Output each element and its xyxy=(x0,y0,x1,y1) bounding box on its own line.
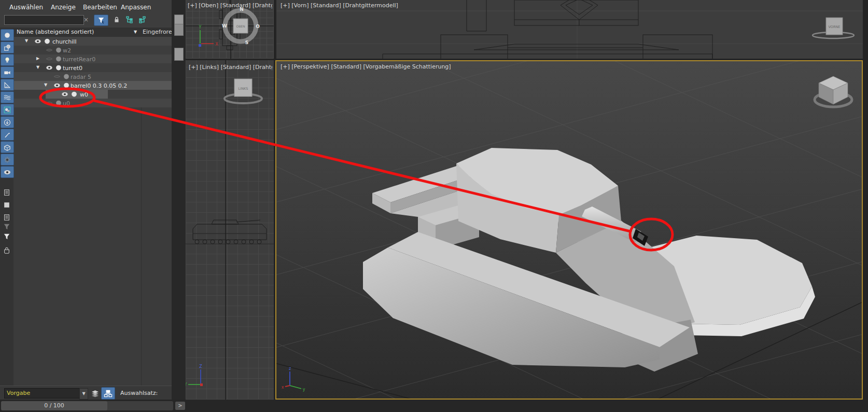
menu-anzeige[interactable]: Anzeige xyxy=(51,4,76,11)
tree-row-u0[interactable]: u0 xyxy=(13,99,172,107)
basket-icon[interactable] xyxy=(1,245,13,256)
clear-search-icon[interactable]: × xyxy=(82,16,90,24)
menu-anpassen[interactable]: Anpassen xyxy=(121,4,151,11)
node-dot-icon[interactable] xyxy=(55,47,62,53)
node-label[interactable]: turret0 xyxy=(63,65,82,72)
explorer-search-row: × xyxy=(0,14,172,28)
tank-wireframe-left xyxy=(193,220,267,244)
eye-open-icon[interactable] xyxy=(61,91,68,98)
tree-row-turretrear0[interactable]: ▶ turretRear0 xyxy=(13,54,172,63)
display-containers-icon[interactable] xyxy=(1,141,14,153)
node-label[interactable]: u0 xyxy=(63,100,70,107)
node-dot-icon[interactable] xyxy=(63,73,70,80)
tree-row-churchill[interactable]: ▼ churchill xyxy=(13,37,172,46)
eye-open-icon[interactable] xyxy=(34,38,41,45)
search-input[interactable] xyxy=(4,15,84,25)
time-slider-handle[interactable]: 0 / 100 xyxy=(1,401,107,410)
explorer-column-header[interactable]: Name (absteigend sortiert) ▼ Eingefroren xyxy=(13,28,172,37)
expand-layers-icon[interactable] xyxy=(1,199,13,210)
expand-arrow-icon[interactable]: ▶ xyxy=(36,56,41,61)
preset-dropdown[interactable]: Vorgabe xyxy=(4,388,82,399)
viewport-left-canvas[interactable]: LINKS Z Y xyxy=(186,60,274,400)
tank-model[interactable] xyxy=(363,148,815,372)
node-dot-icon[interactable] xyxy=(63,82,70,89)
select-children-icon[interactable] xyxy=(124,15,135,24)
node-label[interactable]: radar 5 xyxy=(71,74,91,80)
display-xrefs-icon[interactable] xyxy=(1,116,14,128)
viewcube-perspective[interactable] xyxy=(815,76,852,107)
expand-arrow-icon[interactable]: ▼ xyxy=(36,65,41,70)
scene-explorer-panel: Auswählen Anzeige Bearbeiten Anpassen × … xyxy=(0,0,172,386)
display-shapes-icon[interactable] xyxy=(1,42,14,53)
node-dot-icon[interactable] xyxy=(44,38,51,45)
filter-combinations-icon[interactable] xyxy=(1,221,13,232)
sort-indicator-icon[interactable]: ▼ xyxy=(134,30,137,34)
frozen-column-header[interactable]: Eingefroren xyxy=(143,29,176,35)
eye-closed-icon[interactable] xyxy=(46,100,53,106)
viewport-perspective-label[interactable]: [+] [Perspektive] [Standard] [Vorgabemäß… xyxy=(281,63,451,70)
axis-tripod-left: Z Y xyxy=(186,364,203,387)
node-dot-icon[interactable] xyxy=(71,91,78,98)
tree-row-w0[interactable]: w0 xyxy=(13,90,172,99)
eye-open-icon[interactable] xyxy=(46,64,53,71)
splitter-handle[interactable] xyxy=(174,48,184,61)
viewport-perspective-canvas[interactable]: z y x xyxy=(276,61,862,399)
expand-arrow-icon[interactable]: ▼ xyxy=(44,83,49,87)
layers-icon[interactable] xyxy=(90,389,100,398)
node-dot-icon[interactable] xyxy=(55,56,62,62)
display-bones-icon[interactable] xyxy=(1,129,14,141)
tank-wireframe-front xyxy=(383,0,712,59)
eye-closed-icon[interactable] xyxy=(53,73,61,80)
filter-icon[interactable] xyxy=(1,231,13,242)
node-label[interactable]: barrel0 0.3 0.05 0.2 xyxy=(71,83,127,89)
eye-closed-icon[interactable] xyxy=(46,47,53,53)
panel-splitter-strip[interactable] xyxy=(172,0,186,400)
display-lights-icon[interactable] xyxy=(1,54,14,66)
next-frame-button[interactable]: > xyxy=(175,402,185,410)
display-helpers-icon[interactable] xyxy=(1,79,14,91)
node-dot-icon[interactable] xyxy=(55,100,62,106)
display-hidden-icon[interactable] xyxy=(1,166,14,178)
preset-dropdown-arrow-icon[interactable]: ▼ xyxy=(79,388,88,400)
viewport-left-label[interactable]: [+] [Links] [Standard] [Drahtgittermodel… xyxy=(189,64,272,71)
display-spacewarps-icon[interactable] xyxy=(1,91,14,103)
expand-objects-icon[interactable] xyxy=(1,187,13,198)
select-dependents-icon[interactable] xyxy=(137,15,147,24)
display-frozen-icon[interactable] xyxy=(1,154,14,166)
viewport-top-label[interactable]: [+] [Oben] [Standard] [Drahtgittermodell… xyxy=(188,2,272,9)
viewport-front-label[interactable]: [+] [Vorn] [Standard] [Drahtgittermodell… xyxy=(281,2,398,9)
viewcube-front[interactable]: VORNE xyxy=(813,18,854,38)
svg-text:Y: Y xyxy=(199,25,202,30)
tree-row-barrel0[interactable]: ▼ barrel0 0.3 0.05 0.2 xyxy=(13,81,172,90)
svg-text:VORNE: VORNE xyxy=(829,25,841,29)
right-edge xyxy=(863,0,868,400)
eye-open-icon[interactable] xyxy=(53,82,61,89)
menu-auswaehlen[interactable]: Auswählen xyxy=(9,4,43,11)
svg-text:y: y xyxy=(303,387,305,392)
time-slider-strip: 0 / 100 > xyxy=(0,400,868,412)
display-geometry-icon[interactable] xyxy=(1,29,14,41)
tree-row-w2[interactable]: w2 xyxy=(13,46,172,54)
node-label[interactable]: w0 xyxy=(80,91,88,98)
lock-icon[interactable] xyxy=(111,15,122,24)
hierarchy-mode-button[interactable] xyxy=(101,387,115,400)
viewcube-left[interactable]: LINKS xyxy=(225,79,262,103)
node-label[interactable]: w2 xyxy=(63,47,71,54)
expand-arrow-icon[interactable]: ▼ xyxy=(25,38,30,43)
tree-row-turret0[interactable]: ▼ turret0 xyxy=(13,63,172,72)
node-label[interactable]: churchill xyxy=(52,38,76,45)
menu-bearbeiten[interactable]: Bearbeiten xyxy=(83,4,117,11)
name-column-header[interactable]: Name (absteigend sortiert) xyxy=(17,29,94,35)
time-slider-track[interactable]: 0 / 100 xyxy=(1,401,173,410)
splitter-handle[interactable] xyxy=(174,24,184,36)
axis-tripod-top: Y X xyxy=(199,25,219,47)
node-label[interactable]: turretRear0 xyxy=(63,56,95,63)
svg-text:Z: Z xyxy=(199,364,202,369)
node-dot-icon[interactable] xyxy=(55,64,62,71)
display-groups-icon[interactable] xyxy=(1,104,14,116)
display-cameras-icon[interactable] xyxy=(1,66,14,78)
svg-text:S: S xyxy=(245,40,248,45)
tree-row-radar5[interactable]: radar 5 xyxy=(13,72,172,81)
eye-closed-icon[interactable] xyxy=(46,56,53,62)
filter-selection-button[interactable] xyxy=(94,15,108,26)
